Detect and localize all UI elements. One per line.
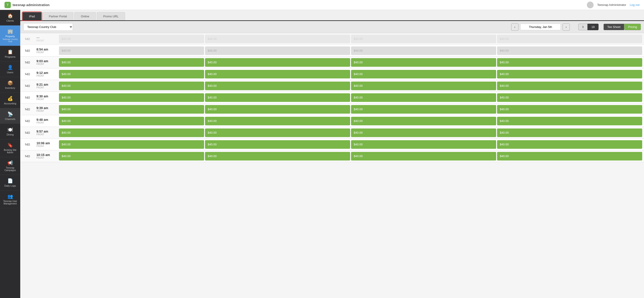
- slot[interactable]: $40.00: [59, 140, 204, 149]
- slot[interactable]: $40.00: [205, 117, 350, 125]
- sidebar-item-label: Channels: [5, 118, 15, 120]
- slot[interactable]: $40.00: [351, 58, 496, 67]
- slot[interactable]: $40.00: [205, 152, 350, 161]
- content-area: iPad Partner Portal Online Promo URL Tee…: [20, 10, 644, 298]
- slot[interactable]: $40.00: [59, 46, 204, 55]
- sidebar-item-label: Teesnap User Management: [1, 200, 19, 205]
- slot-cells: $40.00 $40.00 $40.00 $40.00: [57, 69, 644, 80]
- slot[interactable]: $40.00: [351, 93, 496, 102]
- slot[interactable]: $40.00: [351, 152, 496, 161]
- time-main: 9:12 am: [36, 71, 55, 75]
- slot[interactable]: $40.00: [59, 82, 204, 90]
- slot[interactable]: $40.00: [497, 46, 642, 55]
- slot[interactable]: $40.00: [497, 128, 642, 137]
- time-sub: FRONT: [36, 157, 55, 159]
- slot[interactable]: $40.00: [59, 117, 204, 125]
- time-main: 10:15 am: [36, 153, 55, 157]
- slot[interactable]: $40.00: [59, 152, 204, 161]
- tab-online[interactable]: Online: [74, 12, 96, 20]
- sidebar-item-campaigns[interactable]: 📢 Teesnap Campaigns: [0, 157, 20, 175]
- slot[interactable]: $40.00: [351, 128, 496, 137]
- price-badge: $40: [20, 131, 35, 134]
- toolbar: Teesnap Country Club ‹ Thursday, Jan 5th…: [20, 21, 644, 33]
- slot[interactable]: $40.00: [351, 105, 496, 114]
- next-date-button[interactable]: ›: [562, 24, 570, 31]
- slot[interactable]: $40.00: [497, 152, 642, 161]
- course-select[interactable]: Teesnap Country Club: [24, 23, 73, 31]
- slot[interactable]: $40.00: [59, 128, 204, 137]
- tab-ipad[interactable]: iPad: [22, 12, 42, 20]
- slot[interactable]: $40.00: [351, 70, 496, 78]
- slot[interactable]: $40.00: [205, 140, 350, 149]
- slot[interactable]: $40.00: [351, 82, 496, 90]
- price-badge: $40: [20, 154, 35, 158]
- sidebar: 🏠 Clients 🏢 Property Teesnap Country Clu…: [0, 10, 20, 298]
- sidebar-item-usermgmt[interactable]: 👥 Teesnap User Management: [0, 191, 20, 208]
- slot[interactable]: $40.00: [205, 35, 350, 43]
- dining-icon: 🍽️: [8, 127, 13, 132]
- sidebar-item-accounting[interactable]: 💰 Accounting: [0, 93, 20, 108]
- hole-9-button[interactable]: 9: [578, 24, 588, 30]
- time-sub: FRONT: [36, 133, 55, 136]
- slot-cells: $40.00 $40.00 $40.00 $40.00: [57, 115, 644, 127]
- time-cell: — FRONT: [35, 35, 57, 43]
- logout-link[interactable]: Log out: [630, 3, 640, 7]
- slot[interactable]: $40.00: [205, 128, 350, 137]
- slot[interactable]: $40.00: [205, 70, 350, 78]
- slot[interactable]: $40.00: [205, 46, 350, 55]
- pricing-view-button[interactable]: Pricing: [624, 24, 641, 30]
- slot[interactable]: $40.00: [497, 93, 642, 102]
- sidebar-item-property[interactable]: 🏢 Property Teesnap Country Club: [0, 26, 20, 46]
- slot[interactable]: $40.00: [205, 105, 350, 114]
- sidebar-item-label: Daily Logs: [4, 184, 16, 187]
- logo-area: T teesnap administration: [4, 2, 50, 8]
- slot[interactable]: $40.00: [351, 46, 496, 55]
- slot[interactable]: $40.00: [497, 105, 642, 114]
- slot-cells: $40.00 $40.00 $40.00 $40.00: [57, 57, 644, 68]
- sidebar-item-users[interactable]: 👤 Users: [0, 62, 20, 77]
- slot[interactable]: $40.00: [59, 35, 204, 43]
- tab-promo[interactable]: Promo URL: [97, 12, 125, 20]
- slot-cells: $40.00 $40.00 $40.00 $40.00: [57, 139, 644, 150]
- sidebar-item-dining[interactable]: 🍽️ Dining: [0, 124, 20, 139]
- table-row: $40 8:54 am FRONT $40.00 $40.00 $40.00 $…: [20, 45, 644, 57]
- sidebar-item-sublabel: Teesnap Country Club: [1, 38, 19, 43]
- slot[interactable]: $40.00: [497, 117, 642, 125]
- time-main: 9:57 am: [36, 130, 55, 133]
- price-badge: $40: [20, 96, 35, 99]
- prev-date-button[interactable]: ‹: [511, 24, 518, 31]
- sidebar-item-clients[interactable]: 🏠 Clients: [0, 10, 20, 26]
- sidebar-item-channels[interactable]: 📡 Channels: [0, 108, 20, 124]
- table-row: $40 9:39 am FRONT $40.00 $40.00 $40.00 $…: [20, 103, 644, 115]
- slot[interactable]: $40.00: [59, 58, 204, 67]
- slot[interactable]: $40.00: [497, 140, 642, 149]
- time-main: 9:21 am: [36, 83, 55, 86]
- slot[interactable]: $40.00: [59, 93, 204, 102]
- teesheet-view-button[interactable]: Tee Sheet: [604, 24, 624, 30]
- slot[interactable]: $40.00: [497, 82, 642, 90]
- time-cell: 8:54 am FRONT: [35, 47, 57, 55]
- slot[interactable]: $40.00: [205, 82, 350, 90]
- slot[interactable]: $40.00: [205, 93, 350, 102]
- slot[interactable]: $40.00: [59, 105, 204, 114]
- sidebar-item-programs[interactable]: 📋 Programs: [0, 46, 20, 62]
- sidebar-item-inventory[interactable]: 📦 Inventory: [0, 77, 20, 93]
- slot[interactable]: $40.00: [205, 58, 350, 67]
- tee-sheet: $40 — FRONT $40.00 $40.00 $40.00 $40.00 …: [20, 33, 644, 298]
- slot[interactable]: $40.00: [351, 35, 496, 43]
- table-row: $40 10:06 am FRONT $40.00 $40.00 $40.00 …: [20, 139, 644, 150]
- slot[interactable]: $40.00: [497, 58, 642, 67]
- channels-icon: 📡: [8, 111, 13, 117]
- time-sub: FRONT: [36, 51, 55, 54]
- slot[interactable]: $40.00: [351, 117, 496, 125]
- sidebar-item-dailylogs[interactable]: 📄 Daily Logs: [0, 175, 20, 191]
- slot[interactable]: $40.00: [497, 70, 642, 78]
- tab-partner[interactable]: Partner Portal: [42, 12, 73, 20]
- slot[interactable]: $40.00: [497, 35, 642, 43]
- slot[interactable]: $40.00: [351, 140, 496, 149]
- sidebar-item-label: Inventory: [5, 87, 15, 89]
- hole-18-button[interactable]: 18: [588, 24, 598, 30]
- price-badge: $40: [20, 49, 35, 53]
- sidebar-item-booking[interactable]: 🔖 Booking Site Admin: [0, 139, 20, 157]
- slot[interactable]: $40.00: [59, 70, 204, 78]
